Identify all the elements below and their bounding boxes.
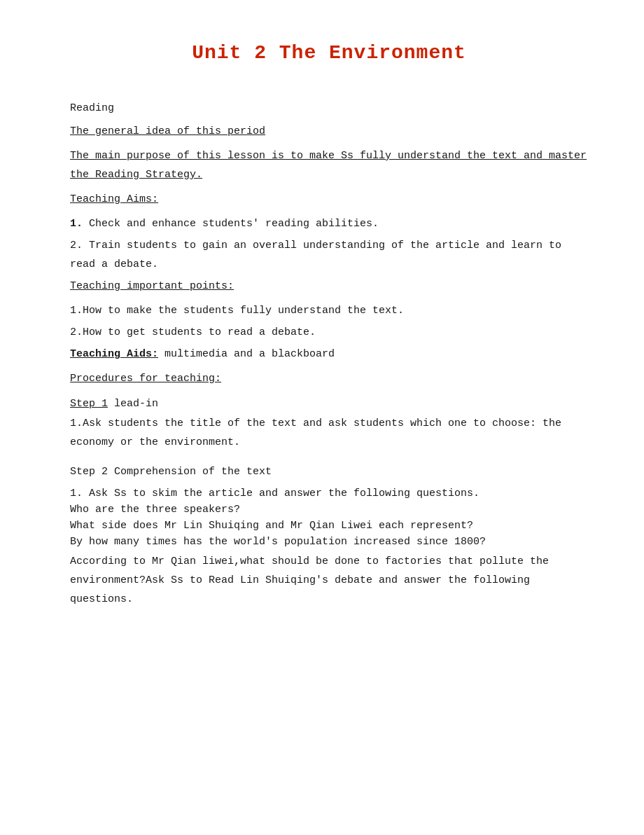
- teaching-aids-label: Teaching Aids:: [70, 348, 158, 360]
- teaching-aims-heading: Teaching Aims:: [70, 190, 588, 209]
- important1-item: 1.How to make the students fully underst…: [70, 301, 588, 320]
- step2-block: Step 2 Comprehension of the text 1. Ask …: [70, 466, 588, 609]
- important2-item: 2.How to get students to read a debate.: [70, 323, 588, 342]
- step1-label: Step 1: [70, 398, 108, 410]
- question3: By how many times has the world's popula…: [70, 536, 588, 548]
- question2: What side does Mr Lin Shuiqing and Mr Qi…: [70, 520, 588, 532]
- step1-title: Step 1 lead-in: [70, 398, 588, 410]
- page-title: Unit 2 The Environment: [70, 42, 588, 64]
- procedures-heading: Procedures for teaching:: [70, 369, 588, 388]
- reading-label: Reading: [70, 99, 588, 118]
- aim1-number: 1.: [70, 218, 83, 230]
- step1-block: Step 1 lead-in 1.Ask students the title …: [70, 398, 588, 452]
- step2-item1: 1. Ask Ss to skim the article and answer…: [70, 488, 588, 499]
- step1-item1: 1.Ask students the title of the text and…: [70, 414, 588, 452]
- question1: Who are the three speakers?: [70, 504, 588, 516]
- general-idea-heading: The general idea of this period: [70, 122, 588, 141]
- step2-label: Step 2 Comprehension of the text: [70, 466, 588, 478]
- step1-title-text: lead-in: [108, 398, 158, 410]
- teaching-important-heading: Teaching important points:: [70, 277, 588, 296]
- teaching-aids-text: multimedia and a blackboard: [158, 348, 335, 360]
- aim2-item: 2. Train students to gain an overall und…: [70, 236, 588, 274]
- aim1-item: 1. Check and enhance students' reading a…: [70, 214, 588, 233]
- teaching-aids-section: Teaching Aids: multimedia and a blackboa…: [70, 345, 588, 364]
- general-idea-body: The main purpose of this lesson is to ma…: [70, 146, 588, 184]
- question4: According to Mr Qian liwei,what should b…: [70, 552, 588, 609]
- aim1-text: Check and enhance students' reading abil…: [83, 218, 379, 230]
